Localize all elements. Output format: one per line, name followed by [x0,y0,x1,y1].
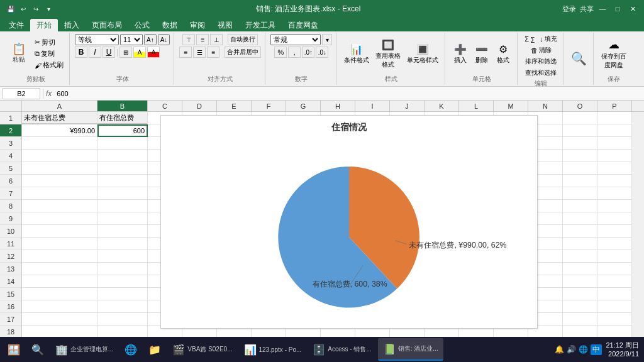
tab-developer[interactable]: 开发工具 [239,19,282,31]
conditional-format-btn[interactable]: 📊 条件格式 [341,42,372,66]
row-13[interactable]: 13 [0,263,21,275]
row-18[interactable]: 18 [0,326,21,338]
col-header-k[interactable]: K [425,101,459,111]
col-header-a[interactable]: A [22,101,97,111]
row-2[interactable]: 2 [0,124,21,137]
bold-button[interactable]: B [75,47,87,58]
col-header-l[interactable]: L [459,101,494,111]
ppt-btn[interactable]: 📊 123.pptx - Po... [239,338,307,361]
redo-icon[interactable]: ↪ [30,3,42,14]
row-5[interactable]: 5 [0,162,21,175]
row-11[interactable]: 11 [0,238,21,250]
col-header-c[interactable]: C [148,101,182,111]
maximize-button[interactable]: □ [611,3,624,15]
col-header-o[interactable]: O [563,101,597,111]
align-left-btn[interactable]: ≡ [179,47,192,58]
start-button[interactable]: 🪟 [3,338,25,361]
col-header-n[interactable]: N [528,101,563,111]
sum-btn[interactable]: Σ ∑ [523,34,536,44]
row-6[interactable]: 6 [0,175,21,187]
tray-icon-1[interactable]: 🔔 [555,345,564,354]
excel-taskbar-btn[interactable]: 📗 销售: 酒店业... [378,338,443,361]
close-button[interactable]: ✕ [626,3,639,15]
access-btn[interactable]: 🗄️ Access - 销售... [308,338,376,361]
increase-font-btn[interactable]: A↑ [144,34,157,45]
clock[interactable]: 21:12 周日 2022/9/11 [606,341,639,359]
cell-p2[interactable] [597,124,632,137]
tab-insert[interactable]: 插入 [58,19,86,31]
row-12[interactable]: 12 [0,250,21,263]
tab-page-layout[interactable]: 页面布局 [86,19,128,31]
undo-icon[interactable]: ↩ [18,3,29,14]
row-16[interactable]: 16 [0,300,21,313]
save-cloud-btn[interactable]: ☁ 保存到百度网盘 [599,36,629,71]
row-10[interactable]: 10 [0,225,21,238]
row-14[interactable]: 14 [0,275,21,288]
row-15[interactable]: 15 [0,288,21,300]
row-9[interactable]: 9 [0,212,21,225]
corp-mgmt-btn[interactable]: 🏢 企业管理电算... [50,338,118,361]
number-format-select[interactable]: 常规 [270,34,321,45]
col-header-g[interactable]: G [286,101,321,111]
row-3[interactable]: 3 [0,137,21,150]
tab-file[interactable]: 文件 [3,19,30,31]
align-bottom-btn[interactable]: ⊥ [210,34,223,45]
col-header-b[interactable]: B [97,101,148,111]
paste-button[interactable]: 📋 粘贴 [6,42,31,65]
border-button[interactable]: ⊞ [119,47,132,58]
tray-icon-3[interactable]: 🌐 [579,345,588,354]
clear-btn[interactable]: 🗑 清除 [529,45,553,55]
cell-styles-btn[interactable]: 🔳 单元格样式 [404,42,441,66]
decrease-decimal-btn[interactable]: .0↓ [316,47,328,58]
cell-o1[interactable] [563,112,597,124]
col-header-j[interactable]: J [390,101,425,111]
row-8[interactable]: 8 [0,200,21,212]
col-header-m[interactable]: M [494,101,528,111]
col-header-p[interactable]: P [597,101,632,111]
cell-b1[interactable]: 有住宿总费 [97,112,148,124]
cell-b3[interactable] [97,137,148,150]
cell-a2[interactable]: ¥990.00 [22,124,97,137]
save-quick-icon[interactable]: 💾 [5,3,16,14]
format-painter-button[interactable]: 🖌 格式刷 [33,60,65,70]
vba-btn[interactable]: 🎬 VBA篇 S02E0... [167,338,237,361]
explorer-btn[interactable]: 📁 [143,338,166,361]
increase-decimal-btn[interactable]: .0↑ [302,47,314,58]
font-color-button[interactable]: A [147,47,160,58]
dropdown-icon[interactable]: ▾ [43,3,54,14]
align-center-btn[interactable]: ☰ [193,47,206,58]
sort-btn[interactable]: 排序和筛选 [523,57,558,67]
share-label[interactable]: 共享 [580,4,594,14]
fill-color-button[interactable]: A [133,47,146,58]
tab-baidu[interactable]: 百度网盘 [282,19,325,31]
name-box[interactable] [3,88,40,99]
tab-data[interactable]: 数据 [156,19,184,31]
formula-input[interactable] [54,88,641,99]
align-right-btn[interactable]: ≡ [207,47,219,58]
col-header-d[interactable]: D [182,101,217,111]
chart-container[interactable]: 住宿情况 [160,115,538,329]
font-size-select[interactable]: 11 [120,34,143,45]
font-name-select[interactable]: 等线 [75,34,119,45]
cell-p1[interactable] [597,112,632,124]
cell-a1[interactable]: 未有住宿总费 [22,112,97,124]
search-btn[interactable]: 🔍 [569,50,589,67]
insert-btn[interactable]: ➕ 插入 [450,42,470,66]
delete-btn[interactable]: ➖ 删除 [472,42,492,66]
comma-btn[interactable]: , [288,47,301,58]
underline-button[interactable]: U [103,47,115,58]
account-label[interactable]: 登录 [562,4,576,14]
wrap-text-btn[interactable]: 自动换行 [228,34,258,45]
cell-b2[interactable]: 600 [97,124,148,137]
row-17[interactable]: 17 [0,313,21,326]
number-dropdown-btn[interactable]: ▾ [322,34,332,45]
tab-review[interactable]: 审阅 [184,19,211,31]
ime-indicator[interactable]: 中 [591,344,602,355]
col-header-h[interactable]: H [321,101,355,111]
cut-button[interactable]: ✂ 剪切 [33,37,65,48]
row-4[interactable]: 4 [0,150,21,162]
tab-home[interactable]: 开始 [30,19,58,31]
row-1[interactable]: 1 [0,112,21,124]
row-7[interactable]: 7 [0,187,21,200]
cell-a3[interactable] [22,137,97,150]
